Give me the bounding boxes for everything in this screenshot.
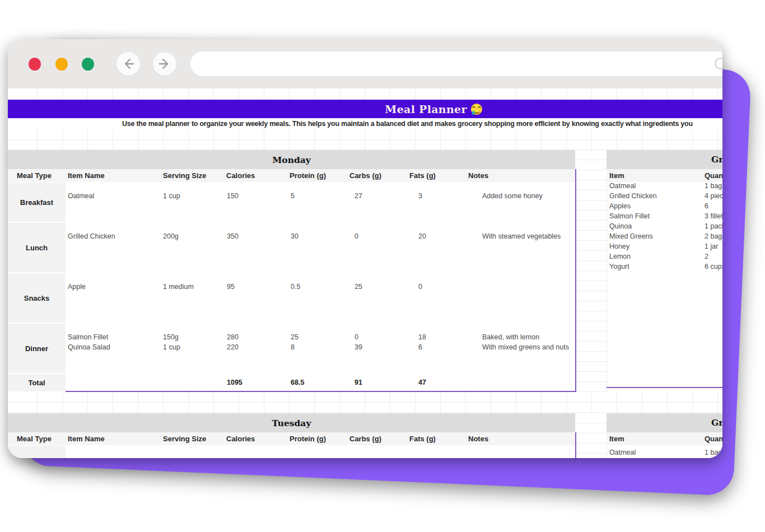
grocery-qty[interactable]: 1 bag bbox=[705, 181, 722, 191]
grocery-band: Grocery List bbox=[607, 150, 722, 169]
traffic-light-maximize-icon[interactable] bbox=[82, 58, 94, 71]
cell-item-name[interactable]: Apple bbox=[68, 282, 86, 292]
cell-notes[interactable]: With steamed vegetables bbox=[482, 231, 561, 241]
grocery-item[interactable]: Yogurt bbox=[609, 262, 629, 272]
col-header-notes[interactable]: Notes bbox=[468, 169, 488, 182]
grocery-qty[interactable]: 3 fillets bbox=[705, 211, 722, 221]
cell-carbs[interactable]: 39 bbox=[354, 342, 362, 352]
cell-carbs[interactable]: 27 bbox=[354, 191, 362, 201]
cell-total-protein[interactable]: 68.5 bbox=[291, 377, 304, 388]
traffic-light-minimize-icon[interactable] bbox=[55, 58, 68, 71]
col-header-serving-size[interactable]: Serving Size bbox=[163, 169, 206, 182]
grocery-qty[interactable]: 1 jar bbox=[705, 241, 718, 251]
grocery-item[interactable]: Mixed Greens bbox=[609, 231, 653, 241]
col-header-notes[interactable]: Notes bbox=[468, 432, 488, 445]
cell-calories[interactable]: 95 bbox=[227, 282, 235, 292]
cell-fats[interactable]: 0 bbox=[418, 282, 422, 292]
search-icon[interactable] bbox=[715, 58, 722, 69]
cell-serving[interactable]: 1 medium bbox=[163, 282, 194, 292]
cell-item-name[interactable]: Salmon Fillet bbox=[68, 332, 108, 342]
grocery-qty[interactable]: 4 pieces bbox=[705, 191, 722, 201]
grocery-item[interactable]: Quinoa bbox=[609, 221, 632, 231]
grocery-item[interactable]: Grilled Chicken bbox=[609, 191, 657, 201]
cell-protein[interactable]: 8 bbox=[291, 342, 295, 352]
grocery-band: Grocery List bbox=[607, 413, 722, 432]
grocery-bottom-border bbox=[607, 387, 722, 388]
grocery-col-header-quantity[interactable]: Quantity bbox=[705, 169, 722, 182]
col-header-serving-size[interactable]: Serving Size bbox=[163, 432, 206, 445]
col-header-carbs[interactable]: Carbs (g) bbox=[349, 432, 381, 445]
meal-type-cell[interactable] bbox=[8, 446, 66, 458]
col-header-calories[interactable]: Calories bbox=[226, 432, 255, 445]
grocery-item[interactable]: Honey bbox=[609, 241, 629, 251]
cell-carbs[interactable]: 25 bbox=[354, 282, 362, 292]
grocery-item[interactable]: Lemon bbox=[609, 251, 631, 262]
cell-total-calories[interactable]: 1095 bbox=[227, 377, 242, 388]
cell-item-name[interactable]: Oatmeal bbox=[68, 191, 94, 201]
traffic-light-close-icon[interactable] bbox=[29, 58, 41, 71]
grocery-item[interactable]: Salmon Fillet bbox=[609, 211, 650, 221]
grocery-item[interactable]: Oatmeal bbox=[609, 447, 636, 458]
cell-total-fats[interactable]: 47 bbox=[418, 377, 426, 388]
col-header-carbs[interactable]: Carbs (g) bbox=[349, 169, 381, 182]
cell-serving[interactable]: 1 cup bbox=[163, 191, 180, 201]
table-bottom-border bbox=[66, 391, 575, 392]
meal-type-cell-dinner[interactable]: Dinner bbox=[8, 324, 66, 373]
cell-notes[interactable]: Baked, with lemon bbox=[482, 332, 539, 342]
cell-calories[interactable]: 150 bbox=[227, 191, 239, 201]
cell-item-name[interactable]: Grilled Chicken bbox=[68, 231, 115, 241]
meal-type-cell-total[interactable]: Total bbox=[8, 374, 66, 391]
col-header-meal-type[interactable]: Meal Type bbox=[17, 169, 52, 182]
day-band-tuesday: Tuesday bbox=[8, 413, 575, 432]
meal-type-cell-snacks[interactable]: Snacks bbox=[8, 273, 66, 323]
grocery-qty[interactable]: 6 cups bbox=[705, 262, 722, 272]
cell-total-carbs[interactable]: 91 bbox=[354, 377, 362, 388]
cell-calories[interactable]: 220 bbox=[227, 342, 239, 352]
col-header-meal-type[interactable]: Meal Type bbox=[17, 432, 52, 445]
cell-protein[interactable]: 30 bbox=[291, 231, 298, 241]
cell-fats[interactable]: 20 bbox=[418, 231, 426, 241]
grocery-qty[interactable]: 2 bags bbox=[705, 231, 722, 241]
cell-serving[interactable]: 150g bbox=[163, 332, 179, 342]
meal-planner-sheet: Meal Planner Use the meal planner to org… bbox=[8, 88, 722, 458]
cell-item-name[interactable]: Quinoa Salad bbox=[68, 342, 110, 352]
col-header-protein[interactable]: Protein (g) bbox=[290, 432, 326, 445]
grocery-col-header-item[interactable]: Item bbox=[609, 169, 624, 182]
col-header-item-name[interactable]: Item Name bbox=[68, 432, 105, 445]
cell-carbs[interactable]: 0 bbox=[354, 332, 358, 342]
screenshot-canvas: Meal Planner Use the meal planner to org… bbox=[0, 0, 765, 532]
col-header-calories[interactable]: Calories bbox=[226, 169, 255, 182]
cell-fats[interactable]: 6 bbox=[418, 342, 422, 352]
cell-protein[interactable]: 5 bbox=[291, 191, 295, 201]
cell-fats[interactable]: 18 bbox=[418, 332, 426, 342]
empty-spreadsheet-column bbox=[576, 413, 607, 458]
col-header-fats[interactable]: Fats (g) bbox=[409, 169, 436, 182]
cell-carbs[interactable]: 0 bbox=[354, 231, 358, 241]
cell-fats[interactable]: 3 bbox=[418, 191, 422, 201]
back-button[interactable] bbox=[116, 52, 140, 76]
cell-calories[interactable]: 350 bbox=[227, 231, 239, 241]
grocery-qty[interactable]: 2 bbox=[705, 251, 708, 262]
meal-type-cell-breakfast[interactable]: Breakfast bbox=[8, 183, 66, 222]
cell-notes[interactable]: Added some honey bbox=[482, 191, 543, 201]
grocery-qty[interactable]: 1 pack bbox=[705, 221, 722, 231]
cell-notes[interactable]: With mixed greens and nuts bbox=[482, 342, 569, 352]
cell-serving[interactable]: 200g bbox=[163, 231, 179, 241]
grocery-qty[interactable]: 6 bbox=[705, 201, 708, 211]
col-header-fats[interactable]: Fats (g) bbox=[409, 432, 436, 445]
cell-protein[interactable]: 0.5 bbox=[291, 282, 300, 292]
grocery-item[interactable]: Apples bbox=[609, 201, 631, 211]
day-label: Monday bbox=[272, 155, 311, 165]
col-header-protein[interactable]: Protein (g) bbox=[290, 169, 326, 182]
grocery-col-header-quantity[interactable]: Quantity bbox=[705, 432, 722, 445]
meal-type-cell-lunch[interactable]: Lunch bbox=[8, 223, 66, 272]
grocery-col-header-item[interactable]: Item bbox=[609, 432, 624, 445]
table-right-border bbox=[575, 169, 576, 392]
cell-protein[interactable]: 25 bbox=[291, 332, 298, 342]
col-header-item-name[interactable]: Item Name bbox=[68, 169, 105, 182]
cell-calories[interactable]: 280 bbox=[227, 332, 239, 342]
grocery-item[interactable]: Oatmeal bbox=[609, 181, 636, 191]
forward-button[interactable] bbox=[153, 52, 176, 76]
cell-serving[interactable]: 1 cup bbox=[163, 342, 180, 352]
address-bar[interactable] bbox=[190, 52, 722, 76]
